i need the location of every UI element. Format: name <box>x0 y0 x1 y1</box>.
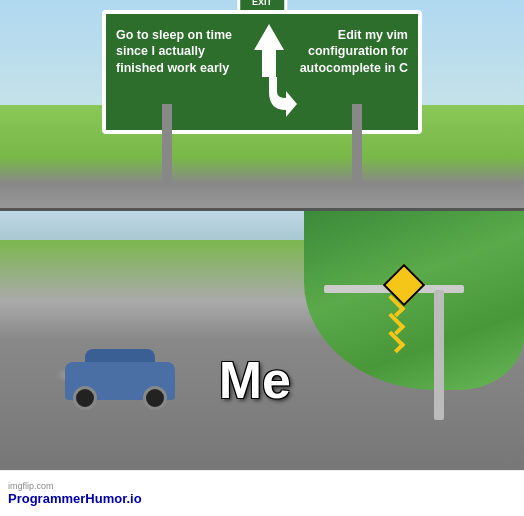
car-wheel-right <box>143 386 167 410</box>
sign-post-right <box>352 104 362 184</box>
sign-exit-label: EXIT <box>252 0 272 7</box>
guardrail <box>434 290 444 420</box>
sign-structure: LEFT EXIT 12 Go to sleep on time since I… <box>102 10 422 134</box>
sign-arrows <box>242 22 297 122</box>
chevron-2 <box>383 313 406 336</box>
scene-divider <box>0 208 524 211</box>
scene-wrapper: LEFT EXIT 12 Go to sleep on time since I… <box>0 0 524 470</box>
meme-container: LEFT EXIT 12 Go to sleep on time since I… <box>0 0 524 516</box>
sign-board: Go to sleep on time since I actually fin… <box>102 10 422 134</box>
footer-brand: ProgrammerHumor.io <box>8 491 142 506</box>
sign-post-left <box>162 104 172 184</box>
sign-right-option: Edit my vim configuration for autocomple… <box>297 22 408 76</box>
upper-scene: LEFT EXIT 12 Go to sleep on time since I… <box>0 0 524 210</box>
arrows-svg <box>242 22 297 122</box>
me-label: Me <box>219 350 291 410</box>
car-wheel-left <box>73 386 97 410</box>
svg-marker-0 <box>254 24 284 77</box>
footer: imgflip.com ProgrammerHumor.io <box>0 470 524 516</box>
road-arrows-right <box>384 300 404 348</box>
sign-left-option: Go to sleep on time since I actually fin… <box>116 22 242 76</box>
footer-small-text: imgflip.com <box>8 481 54 491</box>
lower-scene: Me <box>0 210 524 470</box>
car <box>55 345 185 415</box>
